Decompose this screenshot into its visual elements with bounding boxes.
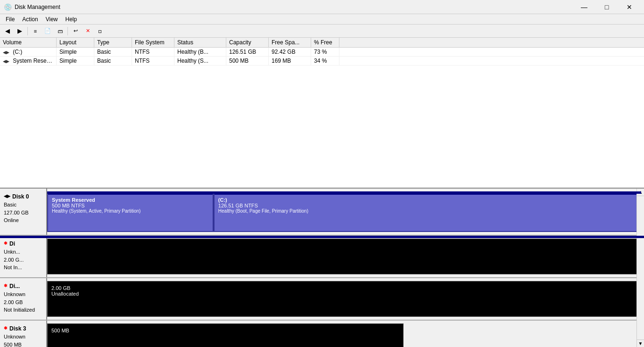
toolbar-separator-1: [27, 27, 28, 35]
scroll-down-btn[interactable]: ▼: [637, 339, 644, 347]
col-header-status[interactable]: Status: [174, 38, 226, 47]
status-cell: Healthy (B...: [174, 48, 226, 56]
disk-view: ◀▶ Disk 0 Basic 127.00 GB Online System …: [0, 189, 644, 347]
scroll-bar[interactable]: ▲ ▼: [636, 189, 644, 347]
col-header-type[interactable]: Type: [94, 38, 132, 47]
list-header: Volume Layout Type File System Status Ca…: [0, 38, 644, 48]
menu-help[interactable]: Help: [62, 15, 81, 24]
disk-3-size: 500 MB: [51, 328, 399, 333]
filesystem-cell: NTFS: [132, 57, 174, 65]
freepct-cell: 73 %: [311, 48, 339, 56]
disk-1-name: ✱ Di: [4, 240, 42, 248]
toolbar-separator-2: [67, 27, 68, 35]
toolbar-btn-detail[interactable]: 📄: [42, 26, 53, 36]
type-cell: Basic: [94, 48, 132, 56]
main-area: Volume Layout Type File System Status Ca…: [0, 38, 644, 347]
disk-3-name: ✱ Disk 3: [4, 324, 42, 333]
partition-name: (C:): [218, 197, 636, 203]
disk-2-unalloc: Unallocated: [51, 291, 79, 297]
disk-2-label: ✱ Di... Unknown 2.00 GB Not Initialized: [0, 278, 47, 320]
menu-action[interactable]: Action: [18, 15, 41, 24]
back-button[interactable]: ◀: [2, 26, 13, 36]
type-cell: Basic: [94, 57, 132, 65]
list-row[interactable]: ◀▶ (C:) Simple Basic NTFS Healthy (B... …: [0, 48, 644, 57]
status-cell: Healthy (S...: [174, 57, 226, 65]
partition-size: 500 MB NTFS: [52, 203, 209, 208]
partition-name: System Reserved: [52, 197, 209, 203]
partition-system-reserved[interactable]: System Reserved 500 MB NTFS Healthy (Sys…: [47, 191, 214, 232]
disk-0-name: ◀▶ Disk 0: [4, 192, 42, 201]
disk-1-row: ✱ Di Unkn... 2.00 G... Not In...: [0, 236, 644, 278]
disk-2-row: ✱ Di... Unknown 2.00 GB Not Initialized …: [0, 278, 644, 321]
toolbar: ◀ ▶ ≡ 📄 🗃 ↩ ✕ 🗆: [0, 25, 644, 38]
capacity-cell: 126.51 GB: [226, 48, 269, 56]
layout-cell: Simple: [57, 48, 94, 56]
disk-0-row: ◀▶ Disk 0 Basic 127.00 GB Online System …: [0, 189, 644, 236]
toolbar-btn-refresh[interactable]: ↩: [70, 26, 81, 36]
list-row[interactable]: ◀▶ System Reserved Simple Basic NTFS Hea…: [0, 57, 644, 66]
partition-c[interactable]: (C:) 126.51 GB NTFS Healthy (Boot, Page …: [214, 191, 641, 232]
filesystem-cell: NTFS: [132, 48, 174, 56]
menu-view[interactable]: View: [42, 15, 62, 24]
close-button[interactable]: ✕: [619, 0, 640, 14]
freespace-cell: 169 MB: [269, 57, 311, 65]
volume-cell: ◀▶ (C:): [0, 48, 57, 56]
title-bar: 💿 Disk Management — □ ✕: [0, 0, 644, 14]
toolbar-btn-props[interactable]: 🗆: [94, 26, 106, 36]
col-header-layout[interactable]: Layout: [57, 38, 94, 47]
list-view: Volume Layout Type File System Status Ca…: [0, 38, 644, 189]
title-bar-text: Disk Management: [15, 4, 573, 10]
toolbar-btn-cancel[interactable]: ✕: [82, 26, 93, 36]
maximize-button[interactable]: □: [596, 0, 618, 14]
disk-1-label: ✱ Di Unkn... 2.00 G... Not In...: [0, 236, 47, 277]
partition-size: 126.51 GB NTFS: [218, 203, 636, 208]
col-header-freepct[interactable]: % Free: [311, 38, 339, 47]
app-icon: 💿: [4, 3, 12, 11]
freepct-cell: 34 %: [311, 57, 339, 65]
disk-3-label: ✱ Disk 3 Unknown 500 MB: [0, 321, 47, 347]
title-bar-controls: — □ ✕: [573, 0, 640, 14]
minimize-button[interactable]: —: [573, 0, 595, 14]
toolbar-btn-list[interactable]: ≡: [30, 26, 41, 36]
toolbar-btn-small[interactable]: 🗃: [54, 26, 66, 36]
col-header-capacity[interactable]: Capacity: [226, 38, 269, 47]
partition-status: Healthy (System, Active, Primary Partiti…: [52, 208, 209, 214]
volume-cell: ◀▶ System Reserved: [0, 57, 57, 65]
layout-cell: Simple: [57, 57, 94, 65]
scroll-track: [637, 196, 644, 339]
col-header-freespace[interactable]: Free Spa...: [269, 38, 311, 47]
menu-bar: File Action View Help: [0, 14, 644, 25]
col-header-volume[interactable]: Volume: [0, 38, 57, 47]
capacity-cell: 500 MB: [226, 57, 269, 65]
menu-file[interactable]: File: [2, 15, 18, 24]
forward-button[interactable]: ▶: [14, 26, 25, 36]
col-header-filesystem[interactable]: File System: [132, 38, 174, 47]
disk-2-size: 2.00 GB: [51, 285, 70, 291]
partition-status: Healthy (Boot, Page File, Primary Partit…: [218, 208, 636, 214]
disk-2-name: ✱ Di...: [4, 282, 42, 290]
disk-0-label: ◀▶ Disk 0 Basic 127.00 GB Online: [0, 189, 47, 235]
freespace-cell: 92.42 GB: [269, 48, 311, 56]
disk-3-row: ✱ Disk 3 Unknown 500 MB 500 MB: [0, 321, 644, 347]
